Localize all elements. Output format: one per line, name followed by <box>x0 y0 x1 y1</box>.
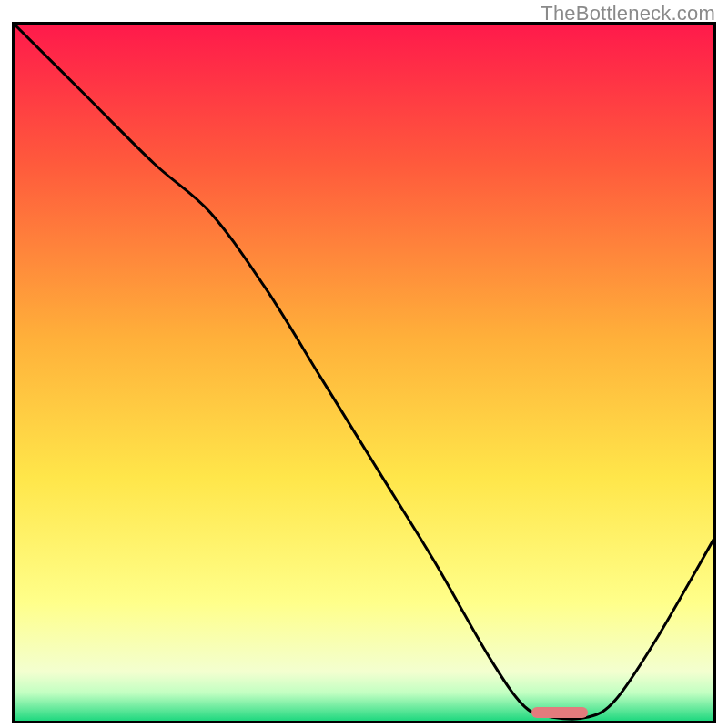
optimal-range-marker <box>531 707 587 718</box>
chart-frame <box>12 22 716 723</box>
bottleneck-chart <box>15 25 713 721</box>
